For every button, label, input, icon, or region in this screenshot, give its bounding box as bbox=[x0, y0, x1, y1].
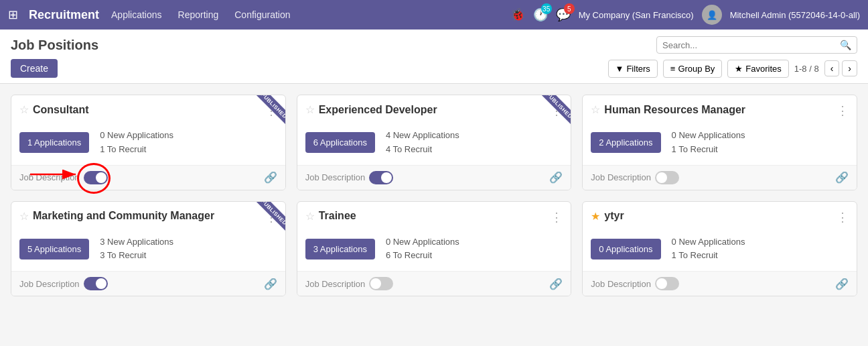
app-stats: 0 New Applications 1 To Recruit bbox=[672, 235, 745, 264]
card-marketing-manager: PUBLISHED ☆ Marketing and Community Mana… bbox=[11, 201, 286, 297]
clock-icon[interactable]: 🕐 35 bbox=[533, 7, 548, 22]
star-toggle[interactable]: ☆ bbox=[19, 210, 29, 223]
star-toggle[interactable]: ☆ bbox=[19, 103, 29, 116]
external-link-icon[interactable]: 🔗 bbox=[549, 278, 563, 290]
list-icon: ≡ bbox=[670, 64, 676, 74]
new-applications: 0 New Applications bbox=[386, 235, 459, 249]
toggle-slider bbox=[655, 171, 679, 184]
job-description-toggle-wrap: Job Description bbox=[305, 277, 394, 290]
group-by-button[interactable]: ≡ Group By bbox=[663, 60, 723, 78]
page-title: Job Positions bbox=[11, 38, 98, 53]
card-menu-icon[interactable]: ⋮ bbox=[551, 103, 563, 118]
card-title: Trainee bbox=[319, 210, 356, 222]
card-menu-icon[interactable]: ⋮ bbox=[265, 103, 277, 118]
job-description-toggle-wrap: Job Description bbox=[591, 171, 679, 184]
search-box[interactable]: 🔍 bbox=[656, 36, 857, 54]
job-description-toggle[interactable] bbox=[655, 277, 679, 290]
card-header: ☆ Consultant ⋮ bbox=[11, 95, 285, 123]
card-menu-icon[interactable]: ⋮ bbox=[265, 210, 277, 225]
chat-icon[interactable]: 💬 5 bbox=[556, 7, 571, 22]
debug-icon[interactable]: 🐞 bbox=[510, 7, 525, 22]
new-applications: 3 New Applications bbox=[100, 235, 173, 249]
applications-button[interactable]: 6 Applications bbox=[305, 132, 375, 153]
new-applications: 0 New Applications bbox=[100, 129, 173, 143]
card-body: 5 Applications 3 New Applications 3 To R… bbox=[11, 230, 285, 272]
card-title: Marketing and Community Manager bbox=[33, 210, 214, 222]
applications-button[interactable]: 1 Applications bbox=[19, 132, 89, 153]
nav-applications[interactable]: Applications bbox=[110, 7, 163, 23]
job-description-toggle-wrap: Job Description bbox=[19, 171, 108, 184]
external-link-icon[interactable]: 🔗 bbox=[264, 171, 277, 184]
card-footer: Job Description 🔗 bbox=[11, 165, 285, 190]
create-button[interactable]: Create bbox=[11, 59, 58, 78]
top-right-actions: 🐞 🕐 35 💬 5 My Company (San Francisco) 👤 … bbox=[510, 5, 860, 25]
job-description-toggle-wrap: Job Description bbox=[305, 171, 394, 184]
clock-badge: 35 bbox=[541, 3, 552, 14]
app-stats: 3 New Applications 3 To Recruit bbox=[100, 235, 173, 264]
card-title: Consultant bbox=[33, 104, 89, 116]
filters-button[interactable]: ▼ Filters bbox=[608, 60, 658, 78]
external-link-icon[interactable]: 🔗 bbox=[549, 171, 563, 184]
job-description-toggle[interactable] bbox=[369, 277, 393, 290]
nav-reporting[interactable]: Reporting bbox=[177, 7, 220, 23]
job-description-label: Job Description bbox=[305, 172, 366, 182]
card-menu-icon[interactable]: ⋮ bbox=[551, 210, 563, 225]
card-trainee: ☆ Trainee ⋮ 3 Applications 0 New Applica… bbox=[297, 201, 572, 297]
filter-icon: ▼ bbox=[616, 64, 624, 74]
star-icon: ★ bbox=[735, 64, 743, 74]
card-header: ☆ Marketing and Community Manager ⋮ bbox=[11, 202, 285, 230]
job-description-label: Job Description bbox=[19, 172, 80, 182]
app-grid-icon[interactable]: ⊞ bbox=[8, 7, 18, 22]
star-toggle[interactable]: ☆ bbox=[305, 103, 315, 116]
search-icon: 🔍 bbox=[840, 40, 851, 50]
card-body: 3 Applications 0 New Applications 6 To R… bbox=[297, 230, 571, 272]
next-page-button[interactable]: › bbox=[842, 60, 857, 76]
new-applications: 0 New Applications bbox=[672, 129, 745, 143]
job-description-toggle[interactable] bbox=[655, 171, 679, 184]
job-description-toggle-wrap: Job Description bbox=[591, 277, 679, 290]
card-footer: Job Description 🔗 bbox=[583, 271, 857, 296]
toggle-slider bbox=[84, 171, 108, 184]
applications-button[interactable]: 5 Applications bbox=[19, 239, 89, 260]
app-stats: 0 New Applications 6 To Recruit bbox=[386, 235, 459, 264]
star-toggle[interactable]: ☆ bbox=[591, 103, 600, 116]
external-link-icon[interactable]: 🔗 bbox=[264, 278, 277, 290]
toggle-slider bbox=[655, 277, 679, 290]
company-label[interactable]: My Company (San Francisco) bbox=[579, 10, 694, 20]
card-body: 1 Applications 0 New Applications 1 To R… bbox=[11, 123, 285, 165]
search-input[interactable] bbox=[662, 40, 840, 50]
job-description-toggle[interactable] bbox=[84, 277, 108, 290]
to-recruit: 3 To Recruit bbox=[100, 249, 173, 263]
job-description-toggle[interactable] bbox=[84, 171, 108, 184]
to-recruit: 1 To Recruit bbox=[672, 143, 745, 157]
job-description-label: Job Description bbox=[591, 172, 651, 182]
app-stats: 0 New Applications 1 To Recruit bbox=[100, 129, 173, 157]
toggle-slider bbox=[369, 171, 393, 184]
card-menu-icon[interactable]: ⋮ bbox=[837, 210, 849, 225]
user-avatar[interactable]: 👤 bbox=[702, 5, 722, 25]
external-link-icon[interactable]: 🔗 bbox=[835, 171, 849, 184]
external-link-icon[interactable]: 🔗 bbox=[835, 278, 849, 290]
applications-button[interactable]: 0 Applications bbox=[591, 239, 660, 260]
applications-button[interactable]: 3 Applications bbox=[305, 239, 375, 260]
card-hr-manager: ☆ Human Resources Manager ⋮ 2 Applicatio… bbox=[582, 95, 857, 190]
job-description-toggle-wrap: Job Description bbox=[19, 277, 108, 290]
card-header: ☆ Trainee ⋮ bbox=[297, 202, 571, 230]
prev-page-button[interactable]: ‹ bbox=[824, 60, 840, 76]
card-title: ytyr bbox=[604, 210, 624, 222]
card-footer: Job Description 🔗 bbox=[297, 271, 571, 296]
favorites-button[interactable]: ★ Favorites bbox=[727, 60, 788, 78]
card-menu-icon[interactable]: ⋮ bbox=[837, 103, 849, 118]
user-label: Mitchell Admin (5572046-14-0-all) bbox=[730, 10, 860, 20]
nav-configuration[interactable]: Configuration bbox=[233, 7, 291, 23]
applications-button[interactable]: 2 Applications bbox=[591, 132, 660, 153]
card-consultant: PUBLISHED ☆ Consultant ⋮ 1 Applications … bbox=[11, 95, 286, 190]
pagination-nav: ‹ › bbox=[824, 60, 857, 76]
app-brand: Recruitment bbox=[29, 8, 99, 22]
card-header: ☆ Experienced Developer ⋮ bbox=[297, 95, 571, 123]
job-description-toggle[interactable] bbox=[369, 171, 393, 184]
card-title: Human Resources Manager bbox=[604, 104, 745, 116]
star-toggle[interactable]: ☆ bbox=[305, 210, 315, 223]
star-toggle[interactable]: ★ bbox=[591, 210, 600, 223]
app-stats: 4 New Applications 4 To Recruit bbox=[386, 129, 459, 157]
